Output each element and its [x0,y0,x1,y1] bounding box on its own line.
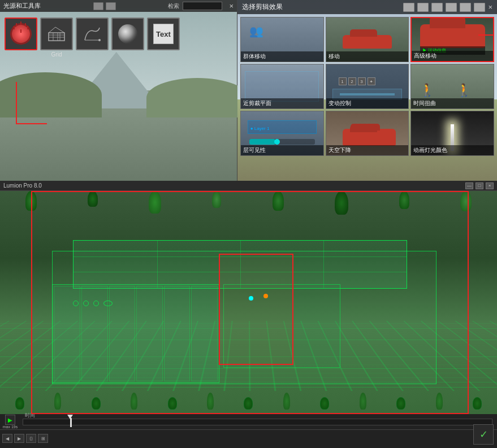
left-panel-title: 光源和工具库 [3,2,41,10]
asset-thumb-text[interactable]: Text [147,18,180,50]
tree-1 [15,397,24,410]
connector-horizontal [16,123,47,124]
layer-slider-thumb[interactable] [274,139,280,145]
asset-thumb-curve[interactable] [76,18,109,50]
timeline-bar[interactable] [23,419,492,425]
asset-item-curve[interactable] [76,18,109,58]
viewport-titlebar: Lumion Pro 8.0 — □ × [0,181,497,191]
assets-container: Grid [0,12,237,63]
toolbar-icon-1[interactable] [93,2,103,10]
vp-red-bottom [31,413,469,414]
roof-line-v3 [323,241,324,288]
layer-slider-fill [249,139,276,145]
glass-6 [191,286,218,381]
fastslow-car-top [430,17,465,28]
minimize-button[interactable]: — [465,182,473,189]
window-controls: — □ × [465,182,494,189]
search-close-row: 检索 × [168,2,234,10]
left-panel-close-button[interactable]: × [229,2,234,10]
vn-2[interactable]: 2 [348,77,356,85]
effect-cell-skyfall[interactable]: 天空下降 [326,111,409,156]
circle-1 [73,301,79,306]
fastslow-car [420,24,485,48]
person-1: 🚶 [420,83,435,98]
effect-cell-move[interactable]: 移动 [326,17,409,62]
effect-cell-varctrl[interactable]: 1 2 3 + 变动控制 [326,64,409,109]
asset-thumb-light[interactable] [5,18,37,50]
vn-3[interactable]: 3 [358,77,366,85]
rp-icon-2[interactable] [417,3,429,12]
effect-label-layer: 层可见性 [241,145,323,155]
light-icon [12,25,30,43]
tree-top-8 [460,191,472,211]
fastslow-arrow-head [493,32,494,38]
timeline-ctrl-3[interactable]: ⟨⟩ [26,434,36,443]
tree-5 [168,397,177,410]
timeline-ctrl-1[interactable]: ◀ [2,434,12,443]
rp-icon-6[interactable] [474,3,485,12]
skyfall-car2-top [350,125,377,132]
effect-cell-crowd[interactable]: 👥 群体移动 [240,17,324,62]
effect-label-crowd: 群体移动 [241,51,323,62]
person-2: 🚶 [456,83,472,98]
max-label: max 19s [3,425,18,429]
move-car [343,35,392,48]
asset-label-grid: Grid [51,51,62,58]
confirm-button[interactable]: ✓ [473,424,494,445]
circle-4 [103,301,113,306]
trees-row-bottom [0,393,497,410]
search-input[interactable] [183,2,222,10]
effects-grid: 👥 群体移动 移动 ▶ 运动信息 高级移动 [237,14,497,159]
vn-1[interactable]: 1 [339,77,347,85]
tree-10 [360,393,366,410]
tree-7 [244,397,253,410]
asset-item-text[interactable]: Text [147,18,180,58]
asset-thumb-sphere[interactable] [111,18,144,50]
right-panel-close-button[interactable]: × [488,3,492,11]
layer-indicator: ● Layer 1 [248,120,317,134]
effect-cell-nearclip[interactable]: 近剪裁平面 [240,64,324,109]
building-circles [73,301,113,306]
vp-red-right [468,191,469,414]
rp-icon-1[interactable] [403,3,414,12]
rp-icon-3[interactable] [431,3,443,12]
asset-item-sphere[interactable] [111,18,144,58]
tree-12 [436,393,443,410]
close-button[interactable]: × [486,182,494,189]
fastslow-arrow [478,34,494,36]
varctrl-bar-fill [340,93,394,95]
effect-cell-fastslow[interactable]: ▶ 运动信息 高级移动 [410,17,494,62]
red-highlight-box [219,254,293,366]
effect-cell-timewarp[interactable]: 🚶 🚶 时间扭曲 [410,64,494,109]
effect-cell-layer[interactable]: ● Layer 1 层可见性 [240,111,324,156]
effect-label-move: 移动 [326,51,409,62]
tree-top-5 [273,191,284,211]
effect-cell-neonlight[interactable]: 动画灯光颜色 [410,111,494,156]
right-panel-titlebar: 选择剪辑效果 × [237,0,497,14]
maximize-button[interactable]: □ [476,182,483,189]
timeline-play-button[interactable]: ▶ [5,415,15,425]
effect-label-fastslow: 高级移动 [412,51,493,61]
effect-label-skyfall: 天空下降 [326,145,409,155]
layer-label-text: ● Layer 1 [250,126,270,131]
crowd-figure: 👥 [249,24,263,38]
3d-scene[interactable] [0,191,497,414]
nearclip-scene [245,71,319,102]
tree-3 [92,397,101,410]
layer-slider[interactable] [249,139,316,145]
top-half: 光源和工具库 检索 × [0,0,497,181]
timeline-row1: ▶ max 19s 时间 [0,414,497,430]
glass-2 [81,286,108,381]
timeline-ctrl-2[interactable]: ▶ [14,434,24,443]
rp-icon-5[interactable] [460,3,471,12]
asset-thumb-grid[interactable] [40,18,73,50]
left-panel: 光源和工具库 检索 × [0,0,237,181]
rp-icon-4[interactable] [446,3,457,12]
svg-line-7 [55,27,64,33]
toolbar-icon-2[interactable] [106,2,116,10]
timeline-marker-arrow [67,415,73,419]
asset-item-grid[interactable]: Grid [40,18,73,58]
vn-plus[interactable]: + [368,77,375,85]
asset-item-light[interactable] [5,18,37,58]
timeline-ctrl-4[interactable]: ⊞ [38,434,48,443]
